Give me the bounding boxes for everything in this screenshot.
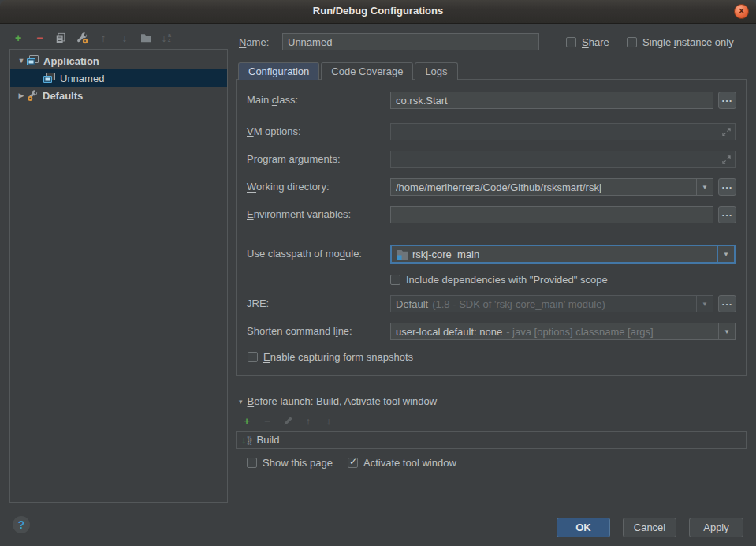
environment-variables-label: Environment variables: — [247, 208, 351, 220]
configurations-tree: ▼ Application Unnamed ▶ Defaults — [9, 49, 228, 503]
tree-item-unnamed[interactable]: Unnamed — [10, 69, 227, 87]
program-arguments-input[interactable] — [390, 151, 736, 168]
close-icon[interactable]: × — [734, 4, 749, 19]
module-classpath-label: Use classpath of module: — [247, 248, 362, 260]
tree-expanded-icon[interactable]: ▼ — [16, 57, 27, 65]
main-class-label: Main class: — [247, 94, 298, 106]
jre-browse-button[interactable]: ... — [718, 295, 736, 312]
working-directory-browse-button[interactable]: ... — [718, 178, 736, 196]
defaults-wrench-icon — [27, 90, 39, 102]
remove-configuration-icon[interactable]: − — [33, 32, 46, 44]
jre-label: JRE: — [247, 297, 269, 309]
checkbox-box — [247, 458, 257, 468]
help-icon[interactable]: ? — [13, 516, 30, 533]
before-launch-toolbar: + − ↑ ↓ — [241, 415, 334, 426]
before-launch-task-list: ↓ 01 10 01 Build — [236, 431, 747, 449]
tab-logs[interactable]: Logs — [415, 62, 457, 80]
activate-tool-window-checkbox[interactable]: ✓ Activate tool window — [348, 456, 456, 469]
config-tabs: Configuration Code Coverage Logs — [238, 62, 460, 80]
single-instance-checkbox[interactable]: Single instance only — [627, 36, 734, 48]
jre-combo[interactable]: Default (1.8 - SDK of 'rskj-core_main' m… — [390, 295, 713, 312]
configurations-toolbar: + − ↑ ↓ ↓ a z — [12, 31, 171, 45]
name-input[interactable] — [282, 33, 539, 50]
tab-configuration[interactable]: Configuration — [238, 62, 319, 80]
main-class-browse-button[interactable]: ... — [718, 92, 736, 109]
application-type-icon — [43, 73, 56, 84]
ok-button[interactable]: OK — [557, 518, 610, 537]
move-up-icon[interactable]: ↑ — [97, 32, 110, 44]
cancel-button[interactable]: Cancel — [623, 518, 676, 537]
working-directory-label: Working directory: — [247, 181, 330, 193]
show-this-page-checkbox[interactable]: Show this page — [247, 456, 333, 469]
application-type-icon — [27, 55, 39, 66]
move-down-icon[interactable]: ↓ — [118, 32, 131, 44]
task-label[interactable]: Build — [257, 434, 280, 446]
section-separator — [467, 402, 747, 402]
share-checkbox[interactable]: Share — [566, 36, 609, 48]
name-label: Name: — [239, 36, 269, 48]
checkbox-box — [627, 37, 637, 47]
shorten-command-line-combo[interactable]: user-local default: none - java [options… — [390, 323, 736, 340]
before-launch-section-header[interactable]: ▾ Before launch: Build, Activate tool wi… — [239, 395, 437, 407]
checkbox-box — [248, 352, 258, 362]
program-arguments-label: Program arguments: — [247, 153, 341, 165]
module-icon — [397, 249, 408, 260]
chevron-down-icon[interactable]: ▼ — [717, 246, 734, 262]
environment-variables-browse-button[interactable]: ... — [718, 206, 736, 223]
tree-item-defaults[interactable]: ▶ Defaults — [10, 87, 227, 104]
sort-alphabetically-icon[interactable]: ↓ a z — [161, 32, 171, 44]
add-task-icon[interactable]: + — [241, 415, 252, 426]
environment-variables-input[interactable] — [390, 206, 713, 223]
window-title: Run/Debug Configurations — [0, 5, 756, 17]
build-icon: ↓ 01 10 01 — [241, 434, 252, 446]
folder-icon[interactable] — [140, 32, 152, 44]
expand-field-icon[interactable] — [722, 155, 731, 164]
add-configuration-icon[interactable]: + — [12, 32, 24, 44]
remove-task-icon[interactable]: − — [262, 415, 273, 426]
main-class-input[interactable] — [390, 92, 713, 109]
form-snapshots-checkbox[interactable]: Enable capturing form snapshots — [248, 350, 413, 363]
checkbox-box — [566, 37, 576, 47]
run-debug-configurations-dialog: Run/Debug Configurations × + − ↑ ↓ ↓ — [0, 0, 756, 546]
section-collapse-icon: ▾ — [239, 398, 243, 406]
apply-button[interactable]: Apply — [689, 518, 743, 537]
edit-defaults-wrench-icon[interactable] — [76, 32, 88, 44]
module-combo[interactable]: rskj-core_main ▼ — [390, 245, 736, 264]
checkbox-box — [390, 275, 400, 285]
chevron-down-icon[interactable]: ▼ — [696, 296, 713, 312]
chevron-down-icon[interactable]: ▼ — [696, 179, 713, 195]
working-directory-combo[interactable]: /home/meriherrera/Code/Github/rsksmart/r… — [390, 178, 713, 196]
check-icon: ✓ — [349, 456, 357, 467]
copy-configuration-icon[interactable] — [54, 32, 67, 44]
expand-field-icon[interactable] — [722, 128, 731, 136]
tree-item-application[interactable]: ▼ Application — [10, 52, 227, 69]
vm-options-label: VM options: — [247, 125, 301, 137]
vm-options-input[interactable] — [390, 123, 736, 140]
tab-code-coverage[interactable]: Code Coverage — [321, 62, 413, 80]
checkbox-box: ✓ — [348, 458, 358, 468]
tree-collapsed-icon[interactable]: ▶ — [16, 92, 27, 99]
chevron-down-icon[interactable]: ▼ — [718, 323, 735, 339]
move-task-up-icon[interactable]: ↑ — [303, 415, 314, 426]
edit-task-pencil-icon[interactable] — [282, 415, 293, 426]
titlebar[interactable]: Run/Debug Configurations × — [0, 0, 756, 24]
shorten-command-line-label: Shorten command line: — [247, 325, 352, 337]
move-task-down-icon[interactable]: ↓ — [323, 415, 334, 426]
include-provided-scope-checkbox[interactable]: Include dependencies with "Provided" sco… — [390, 273, 608, 286]
